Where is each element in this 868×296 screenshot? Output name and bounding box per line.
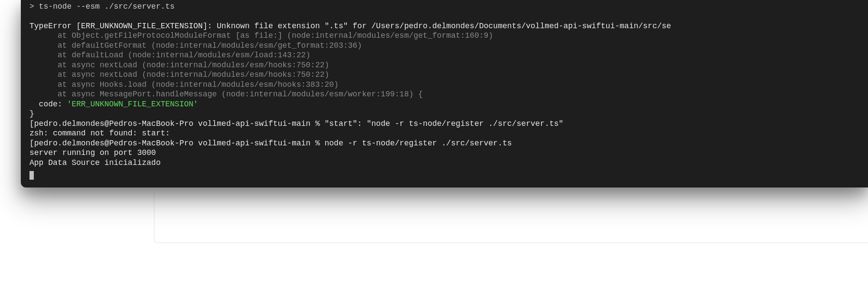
code-label: code: bbox=[39, 100, 67, 109]
terminal-window[interactable]: > ts-node --esm ./src/server.ts TypeErro… bbox=[21, 0, 868, 187]
shell-prompt-1: [pedro.delmondes@Pedros-MacBook-Pro voll… bbox=[29, 119, 868, 129]
server-output-2: App Data Source inicializado bbox=[29, 158, 868, 168]
server-output-1: server running on port 3000 bbox=[29, 148, 868, 158]
close-brace: } bbox=[29, 109, 868, 119]
stack-trace-line: at async nextLoad (node:internal/modules… bbox=[29, 70, 868, 80]
command-line: > ts-node --esm ./src/server.ts bbox=[29, 2, 868, 12]
terminal-cursor bbox=[29, 171, 34, 180]
background-panel bbox=[154, 191, 868, 243]
stack-trace-line: at async MessagePort.handleMessage (node… bbox=[29, 89, 868, 99]
stack-trace-line: at async Hooks.load (node:internal/modul… bbox=[29, 80, 868, 90]
error-code-line: code: 'ERR_UNKNOWN_FILE_EXTENSION' bbox=[29, 99, 868, 109]
stack-trace-line: at async nextLoad (node:internal/modules… bbox=[29, 60, 868, 70]
zsh-error: zsh: command not found: start: bbox=[29, 128, 868, 138]
stack-trace-line: at defaultGetFormat (node:internal/modul… bbox=[29, 41, 868, 51]
shell-prompt-2: [pedro.delmondes@Pedros-MacBook-Pro voll… bbox=[29, 138, 868, 148]
blank-line bbox=[29, 12, 868, 21]
error-code-value: 'ERR_UNKNOWN_FILE_EXTENSION' bbox=[67, 100, 198, 109]
error-title: TypeError [ERR_UNKNOWN_FILE_EXTENSION]: … bbox=[29, 21, 868, 31]
stack-trace-line: at defaultLoad (node:internal/modules/es… bbox=[29, 50, 868, 60]
stack-trace-line: at Object.getFileProtocolModuleFormat [a… bbox=[29, 31, 868, 41]
